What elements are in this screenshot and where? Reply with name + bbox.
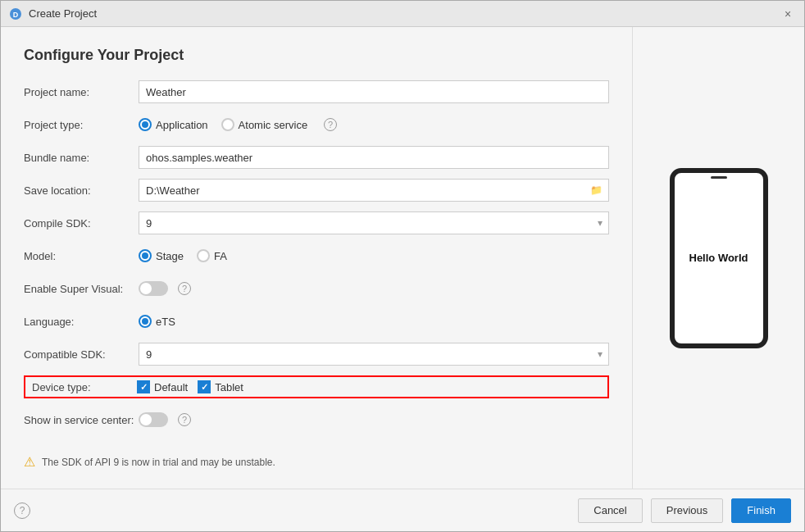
- enable-super-visual-control: ?: [139, 281, 609, 296]
- title-bar: D Create Project ×: [1, 1, 804, 27]
- enable-super-visual-help-icon[interactable]: ?: [178, 282, 191, 295]
- compile-sdk-select[interactable]: 9: [139, 211, 609, 234]
- warning-icon: ⚠: [24, 454, 35, 470]
- compatible-sdk-control: 9: [139, 343, 609, 366]
- bundle-name-row: Bundle name:: [24, 146, 609, 169]
- previous-button[interactable]: Previous: [651, 498, 724, 523]
- finish-button[interactable]: Finish: [731, 498, 791, 523]
- radio-application-btn[interactable]: [139, 118, 152, 131]
- phone-mockup: Hello World: [670, 168, 768, 348]
- dialog-title: Create Project: [29, 7, 97, 20]
- radio-application[interactable]: Application: [139, 118, 208, 131]
- language-row: Language: eTS: [24, 310, 609, 333]
- project-type-row: Project type: Application Atomic service…: [24, 113, 609, 136]
- enable-super-visual-row: Enable Super Visual: ?: [24, 277, 609, 300]
- compatible-sdk-select[interactable]: 9: [139, 343, 609, 366]
- title-bar-left: D Create Project: [9, 7, 97, 20]
- hello-world-text: Hello World: [689, 252, 748, 264]
- show-in-service-row: Show in service center: ?: [24, 408, 609, 431]
- radio-application-label: Application: [156, 119, 208, 131]
- radio-fa-btn[interactable]: [197, 249, 210, 262]
- compile-sdk-label: Compile SDK:: [24, 217, 139, 230]
- project-name-control: [139, 80, 609, 103]
- show-in-service-label: Show in service center:: [24, 414, 139, 426]
- compatible-sdk-label: Compatible SDK:: [24, 348, 139, 361]
- model-label: Model:: [24, 250, 139, 262]
- enable-super-visual-toggle[interactable]: [139, 281, 168, 296]
- footer-left: ?: [14, 502, 30, 519]
- save-location-label: Save location:: [24, 184, 139, 197]
- device-type-row: Device type: Default Tablet: [24, 375, 609, 398]
- device-type-label: Device type:: [32, 381, 137, 393]
- preview-area: Hello World: [632, 27, 804, 489]
- show-in-service-toggle[interactable]: [139, 412, 168, 427]
- create-project-dialog: D Create Project × Configure Your Projec…: [0, 0, 805, 532]
- project-name-label: Project name:: [24, 86, 139, 98]
- bundle-name-label: Bundle name:: [24, 152, 139, 164]
- radio-atomic[interactable]: Atomic service: [221, 118, 308, 131]
- show-in-service-help-icon[interactable]: ?: [178, 413, 191, 426]
- content-area: Configure Your Project Project name: Pro…: [1, 27, 804, 489]
- project-name-row: Project name:: [24, 80, 609, 103]
- page-title: Configure Your Project: [24, 47, 609, 64]
- checkbox-tablet[interactable]: Tablet: [198, 380, 243, 393]
- svg-text:D: D: [13, 11, 19, 19]
- radio-ets-btn[interactable]: [139, 315, 152, 328]
- radio-stage-label: Stage: [156, 250, 184, 262]
- radio-atomic-label: Atomic service: [239, 119, 308, 131]
- close-button[interactable]: ×: [780, 6, 796, 22]
- save-location-control: [139, 179, 609, 202]
- checkbox-default-box[interactable]: [137, 380, 150, 393]
- language-label: Language:: [24, 316, 139, 328]
- radio-fa[interactable]: FA: [197, 249, 227, 262]
- project-type-help-icon[interactable]: ?: [324, 118, 337, 131]
- footer-right: Cancel Previous Finish: [578, 498, 791, 523]
- warning-text: The SDK of API 9 is now in trial and may…: [42, 457, 275, 468]
- show-in-service-control: ?: [139, 412, 609, 427]
- compile-sdk-control: 9: [139, 211, 609, 234]
- bundle-name-control: [139, 146, 609, 169]
- radio-stage-btn[interactable]: [139, 249, 152, 262]
- form-area: Configure Your Project Project name: Pro…: [1, 27, 632, 489]
- footer: ? Cancel Previous Finish: [1, 489, 804, 531]
- app-icon: D: [9, 7, 22, 20]
- warning-row: ⚠ The SDK of API 9 is now in trial and m…: [24, 448, 609, 476]
- checkbox-default[interactable]: Default: [137, 380, 188, 393]
- footer-help-icon[interactable]: ?: [14, 502, 30, 519]
- compatible-sdk-row: Compatible SDK: 9: [24, 343, 609, 366]
- bundle-name-input[interactable]: [139, 146, 609, 169]
- device-type-control: Default Tablet: [137, 380, 243, 393]
- save-location-row: Save location:: [24, 179, 609, 202]
- checkbox-default-label: Default: [154, 381, 188, 393]
- project-type-control: Application Atomic service ?: [139, 118, 609, 131]
- radio-ets[interactable]: eTS: [139, 315, 175, 328]
- radio-fa-label: FA: [214, 250, 227, 262]
- compile-sdk-row: Compile SDK: 9: [24, 211, 609, 234]
- project-name-input[interactable]: [139, 80, 609, 103]
- checkbox-tablet-box[interactable]: [198, 380, 211, 393]
- radio-ets-label: eTS: [156, 316, 175, 328]
- radio-atomic-btn[interactable]: [221, 118, 234, 131]
- cancel-button[interactable]: Cancel: [578, 498, 642, 523]
- project-type-label: Project type:: [24, 119, 139, 131]
- save-location-input[interactable]: [139, 179, 609, 202]
- enable-super-visual-label: Enable Super Visual:: [24, 283, 139, 295]
- radio-stage[interactable]: Stage: [139, 249, 184, 262]
- checkbox-tablet-label: Tablet: [215, 381, 243, 393]
- model-row: Model: Stage FA: [24, 244, 609, 267]
- language-control: eTS: [139, 315, 609, 328]
- model-control: Stage FA: [139, 249, 609, 262]
